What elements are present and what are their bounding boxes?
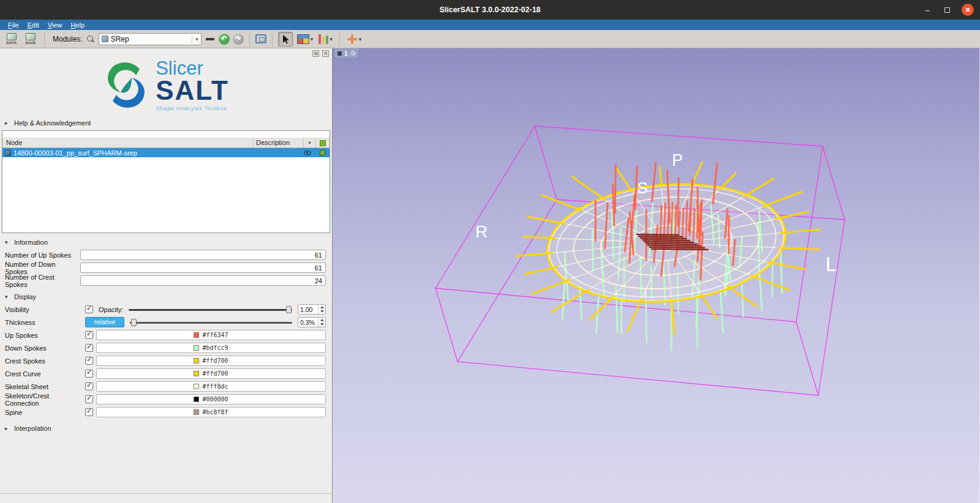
- close-panel-icon[interactable]: ✕: [322, 50, 329, 57]
- screenshot-icon[interactable]: [255, 34, 266, 43]
- menu-help[interactable]: Help: [66, 21, 89, 29]
- thickness-slider[interactable]: [130, 318, 292, 327]
- row-label: Crest Curve: [5, 370, 82, 378]
- node-filter-bar[interactable]: [2, 131, 330, 138]
- crosshair-icon: [347, 34, 358, 45]
- row-label: Spine: [5, 409, 82, 416]
- down-spokes-color-button[interactable]: #bdfcc9: [96, 343, 326, 353]
- mouse-interaction-button[interactable]: [278, 32, 293, 47]
- spine-color-button[interactable]: #bc8f8f: [96, 407, 326, 417]
- check-icon: ✓: [86, 343, 92, 351]
- title-bar: SlicerSALT 3.0.0-2022-02-18 – ✕: [0, 0, 980, 20]
- view-3d[interactable]: 1 ⚙ P S R L I: [333, 48, 979, 503]
- table-color-button[interactable]: [316, 138, 330, 147]
- column-description[interactable]: Description: [254, 138, 304, 147]
- skeleton-crest-connection-color-button[interactable]: #000000: [96, 394, 326, 404]
- up-spokes-color-button[interactable]: #ff6347: [96, 330, 326, 340]
- field-label: Number of Crest Spokes: [5, 274, 77, 288]
- module-selector[interactable]: SRep ▾: [99, 33, 202, 45]
- menu-view[interactable]: View: [43, 21, 67, 29]
- slider-track: [130, 322, 292, 324]
- spin-arrows[interactable]: [318, 318, 325, 327]
- node-name: 14800-00003-01_pp_surf_SPHARM-srep: [13, 149, 301, 157]
- interpolation-section[interactable]: ▸ Interpolation: [0, 422, 332, 434]
- close-button[interactable]: ✕: [962, 4, 974, 16]
- undock-panel-icon[interactable]: ⊞: [312, 50, 319, 57]
- crest-spokes-checkbox[interactable]: ✓: [85, 357, 93, 365]
- up-spokes-row: Up Spokes ✓ #ff6347: [0, 329, 332, 341]
- help-acknowledgement-section[interactable]: ▸ Help & Acknowledgement: [0, 117, 332, 129]
- node-color-swatch[interactable]: [320, 150, 325, 155]
- layout-icon: [297, 34, 309, 44]
- spin-up-icon[interactable]: [320, 306, 324, 308]
- view-controller-tab[interactable]: 1 ⚙: [334, 48, 360, 59]
- skeletal-sheet-row: Skeletal Sheet ✓ #fff8dc: [0, 380, 332, 393]
- add-data-icon: [7, 33, 17, 40]
- info-field-down-spokes: Number of Down Spokes 61: [0, 261, 332, 274]
- caret-right-icon: ▸: [5, 120, 10, 126]
- node-row-selected[interactable]: 14800-00003-01_pp_surf_SPHARM-srep: [2, 148, 330, 157]
- information-section[interactable]: ▾ Information: [0, 236, 332, 248]
- check-icon: ✓: [86, 407, 92, 415]
- opacity-label: Opacity:: [99, 306, 123, 313]
- visibility-row: Visibility ✓ Opacity: 1.00: [0, 303, 332, 316]
- display-section[interactable]: ▾ Display: [0, 291, 332, 303]
- layout-selector-button[interactable]: ▾: [296, 34, 315, 45]
- module-search-icon[interactable]: [87, 35, 94, 43]
- row-label: Skeletal Sheet: [5, 383, 82, 390]
- color-hex: #000000: [202, 396, 228, 403]
- down-spokes-count-field[interactable]: 61: [80, 263, 326, 273]
- spin-down-icon[interactable]: [320, 310, 324, 313]
- visibility-eye-icon[interactable]: [304, 151, 311, 155]
- node-table-body[interactable]: [2, 157, 330, 233]
- maximize-button[interactable]: [942, 6, 952, 15]
- thickness-mode-button[interactable]: relative: [85, 317, 124, 327]
- gear-icon[interactable]: ⚙: [350, 50, 356, 57]
- table-options-button[interactable]: ▾: [304, 138, 316, 147]
- save-data-button[interactable]: SAVE: [23, 31, 39, 47]
- color-swatch: [194, 345, 199, 351]
- remove-module-icon[interactable]: [206, 38, 214, 40]
- crest-spokes-color-button[interactable]: #ffd700: [96, 356, 326, 366]
- view-name: 1: [344, 50, 348, 57]
- thickness-spinbox[interactable]: 0.3%: [298, 317, 326, 327]
- minimize-button[interactable]: –: [922, 6, 932, 15]
- menu-edit[interactable]: Edit: [23, 21, 43, 29]
- window-controls: – ✕: [922, 0, 974, 20]
- up-spokes-count-field[interactable]: 61: [80, 250, 326, 260]
- skeleton-crest-connection-checkbox[interactable]: ✓: [85, 395, 93, 403]
- check-icon: ✓: [86, 356, 92, 363]
- slider-handle[interactable]: [131, 319, 137, 326]
- check-icon: ✓: [86, 394, 92, 402]
- spin-down-icon[interactable]: [320, 323, 324, 326]
- spine-checkbox[interactable]: ✓: [85, 408, 93, 416]
- down-spokes-checkbox[interactable]: ✓: [85, 344, 93, 352]
- opacity-slider[interactable]: [129, 305, 292, 315]
- skeletal-sheet-checkbox[interactable]: ✓: [85, 382, 93, 390]
- up-spokes-checkbox[interactable]: ✓: [85, 331, 93, 339]
- column-node[interactable]: Node: [2, 138, 254, 147]
- pin-icon[interactable]: [337, 51, 342, 56]
- crosshair-button[interactable]: ▾: [345, 33, 363, 45]
- skeletal-sheet-color-button[interactable]: #fff8dc: [96, 381, 326, 392]
- module-history-back-button[interactable]: ↶: [219, 34, 230, 45]
- add-data-button[interactable]: DATA: [4, 31, 20, 47]
- display-title: Display: [14, 293, 36, 300]
- orientation-label-superior: S: [637, 179, 647, 198]
- field-label: Number of Up Spokes: [5, 252, 77, 259]
- check-icon: ✓: [86, 330, 92, 338]
- slider-handle[interactable]: [286, 306, 292, 313]
- visibility-checkbox[interactable]: ✓: [85, 305, 93, 313]
- opacity-spinbox[interactable]: 1.00: [298, 304, 326, 315]
- crest-spokes-count-field[interactable]: 24: [80, 275, 326, 286]
- thickness-label: Thickness: [5, 319, 82, 326]
- spin-up-icon[interactable]: [320, 319, 324, 321]
- slice-views-button[interactable]: ▾: [317, 34, 334, 45]
- spin-arrows[interactable]: [318, 305, 325, 314]
- menu-file[interactable]: File: [4, 21, 23, 29]
- crest-curve-color-button[interactable]: #ffd700: [96, 368, 326, 379]
- module-history-forward-button[interactable]: ↷: [233, 34, 244, 45]
- chevron-down-icon: ▾: [330, 36, 333, 42]
- crest-curve-checkbox[interactable]: ✓: [85, 370, 93, 378]
- toolbar-separator: [249, 32, 250, 46]
